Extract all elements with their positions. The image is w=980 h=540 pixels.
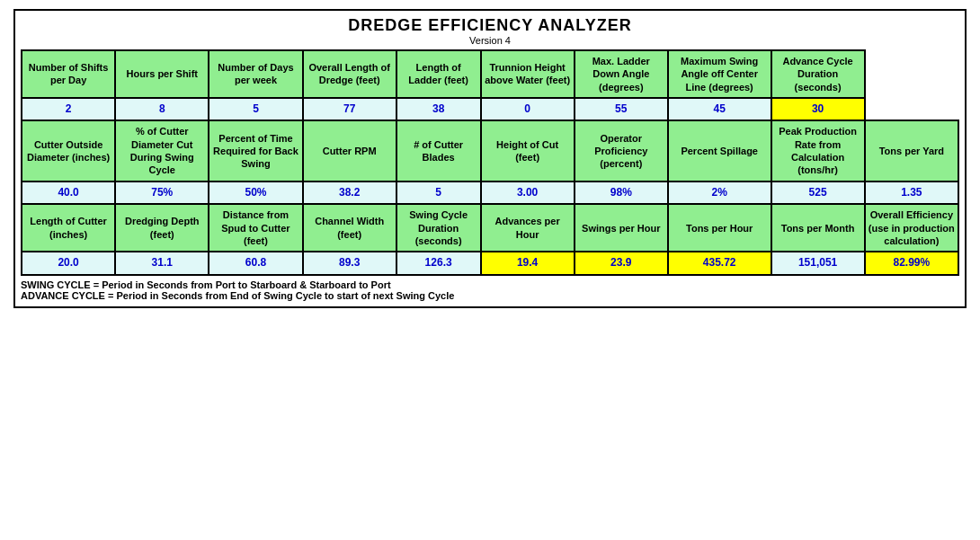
r3v6[interactable]: 23.9	[575, 252, 668, 275]
r2v6[interactable]: 98%	[575, 181, 668, 205]
r3h9: Overall Efficiency (use in production ca…	[865, 204, 958, 252]
r2h0: Cutter Outside Diameter (inches)	[22, 120, 115, 181]
r1v1[interactable]: 8	[115, 98, 209, 121]
row3-header-row: Length of Cutter (inches) Dredging Depth…	[22, 204, 958, 252]
r1v4[interactable]: 38	[396, 98, 481, 121]
r2v1[interactable]: 75%	[115, 181, 209, 205]
r3h5: Advances per Hour	[481, 204, 575, 252]
r2v5[interactable]: 3.00	[481, 181, 575, 205]
r1h0: Number of Shifts per Day	[22, 50, 115, 98]
r2v9[interactable]: 1.35	[865, 181, 958, 205]
r1v2[interactable]: 5	[209, 98, 302, 121]
r3v1[interactable]: 31.1	[115, 252, 209, 275]
r1v0[interactable]: 2	[22, 98, 115, 121]
row3-value-row: 20.0 31.1 60.8 89.3 126.3 19.4 23.9 435.…	[22, 252, 958, 275]
notes-section: SWING CYCLE = Period in Seconds from Por…	[21, 279, 959, 301]
row1-value-row: 2 8 5 77 38 0 55 45 30	[22, 98, 958, 121]
row2-header-row: Cutter Outside Diameter (inches) % of Cu…	[22, 120, 958, 181]
title-section: DREDGE EFFICIENCY ANALYZER Version 4	[21, 16, 959, 46]
r1h3: Overall Length of Dredge (feet)	[303, 50, 396, 98]
r3v2[interactable]: 60.8	[209, 252, 302, 275]
r3h1: Dredging Depth (feet)	[115, 204, 209, 252]
version-text: Version 4	[21, 35, 959, 46]
r3v0[interactable]: 20.0	[22, 252, 115, 275]
r1v8[interactable]: 30	[771, 98, 865, 121]
r3h2: Distance from Spud to Cutter (feet)	[209, 204, 302, 252]
r1v7[interactable]: 45	[668, 98, 771, 121]
r3v3[interactable]: 89.3	[303, 252, 396, 275]
r1h4: Length of Ladder (feet)	[396, 50, 481, 98]
r1v6[interactable]: 55	[575, 98, 668, 121]
r3v4[interactable]: 126.3	[396, 252, 481, 275]
r3h6: Swings per Hour	[575, 204, 668, 252]
r3h7: Tons per Hour	[668, 204, 771, 252]
r3h0: Length of Cutter (inches)	[22, 204, 115, 252]
r3v8[interactable]: 151,051	[771, 252, 865, 275]
row1-header-row: Number of Shifts per Day Hours per Shift…	[22, 50, 958, 98]
main-title: DREDGE EFFICIENCY ANALYZER	[21, 16, 959, 35]
r3v9[interactable]: 82.99%	[865, 252, 958, 275]
r2h5: Height of Cut (feet)	[481, 120, 575, 181]
r2h6: Operator Proficiency (percent)	[575, 120, 668, 181]
r1h8: Advance Cycle Duration (seconds)	[771, 50, 865, 98]
r3v5[interactable]: 19.4	[481, 252, 575, 275]
r1v5[interactable]: 0	[481, 98, 575, 121]
r2v2[interactable]: 50%	[209, 181, 302, 205]
r1h5: Trunnion Height above Water (feet)	[481, 50, 575, 98]
r2v0[interactable]: 40.0	[22, 181, 115, 205]
r2v3[interactable]: 38.2	[303, 181, 396, 205]
r2v7[interactable]: 2%	[668, 181, 771, 205]
note-1: SWING CYCLE = Period in Seconds from Por…	[21, 279, 959, 290]
r2v4[interactable]: 5	[396, 181, 481, 205]
note-2: ADVANCE CYCLE = Period in Seconds from E…	[21, 290, 959, 301]
main-table: Number of Shifts per Day Hours per Shift…	[21, 49, 959, 276]
main-container: DREDGE EFFICIENCY ANALYZER Version 4 Num…	[13, 9, 967, 308]
r1v3[interactable]: 77	[303, 98, 396, 121]
r2h4: # of Cutter Blades	[396, 120, 481, 181]
row2-value-row: 40.0 75% 50% 38.2 5 3.00 98% 2% 525 1.35	[22, 181, 958, 205]
r1h6: Max. Ladder Down Angle (degrees)	[575, 50, 668, 98]
r2h3: Cutter RPM	[303, 120, 396, 181]
r2h1: % of Cutter Diameter Cut During Swing Cy…	[115, 120, 209, 181]
r2h2: Percent of Time Required for Back Swing	[209, 120, 302, 181]
r3h8: Tons per Month	[771, 204, 865, 252]
r3v7[interactable]: 435.72	[668, 252, 771, 275]
r2h9: Tons per Yard	[865, 120, 958, 181]
r2h7: Percent Spillage	[668, 120, 771, 181]
r2h8: Peak Production Rate from Calculation (t…	[771, 120, 865, 181]
r1h1: Hours per Shift	[115, 50, 209, 98]
r3h3: Channel Width (feet)	[303, 204, 396, 252]
r2v8[interactable]: 525	[771, 181, 865, 205]
r3h4: Swing Cycle Duration (seconds)	[396, 204, 481, 252]
r1h2: Number of Days per week	[209, 50, 302, 98]
r1h7: Maximum Swing Angle off Center Line (deg…	[668, 50, 771, 98]
